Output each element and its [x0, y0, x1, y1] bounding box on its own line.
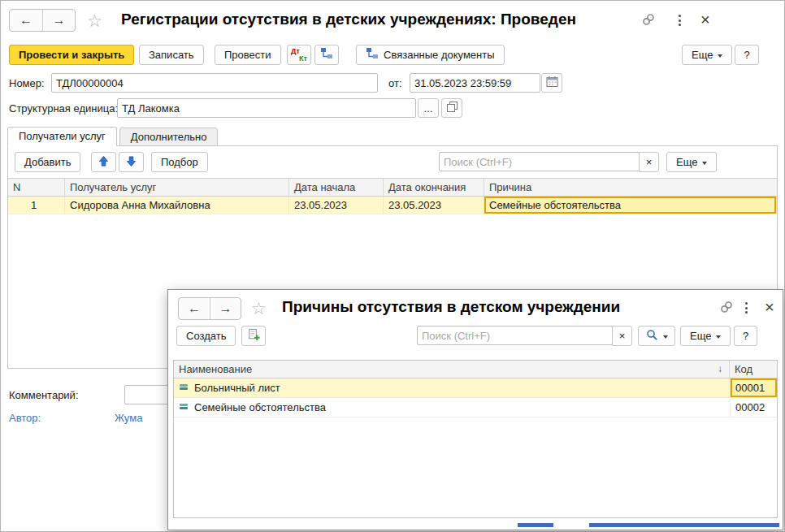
reasons-list-window: ← → ☆ Причины отсутствия в детском учреж… — [167, 289, 783, 530]
choose-value-button[interactable]: ... — [418, 98, 439, 118]
tab-bar: Получатели услуг Дополнительно — [7, 127, 220, 146]
comment-label: Комментарий: — [9, 389, 79, 401]
search-input[interactable] — [439, 152, 640, 171]
add-button[interactable]: Добавить — [15, 152, 80, 172]
structural-unit-label: Структурная единица: — [9, 102, 118, 115]
related-documents-icon — [320, 47, 333, 63]
sort-descending-icon: ↓ — [718, 361, 722, 378]
header-recipient[interactable]: Получатель услуг — [65, 179, 289, 196]
favorite-star-icon[interactable]: ☆ — [87, 12, 102, 29]
recipients-table: N Получатель услуг Дата начала Дата окон… — [8, 178, 777, 214]
create-group-button[interactable] — [241, 326, 266, 346]
related-documents-label: Связанные документы — [384, 49, 495, 61]
list-item[interactable]: Семейные обстоятельства 00002 — [174, 398, 777, 417]
kt-icon-label: Кт — [299, 54, 307, 63]
document-structure-button[interactable] — [314, 45, 339, 65]
header-name[interactable]: Наименование ↓ — [174, 361, 730, 378]
scrollbar-thumb[interactable] — [589, 523, 779, 527]
reasons-table: Наименование ↓ Код Больничный лист 00001… — [173, 360, 778, 518]
magnifier-icon — [646, 329, 658, 344]
cell-date-start[interactable]: 23.05.2023 — [289, 197, 384, 214]
list-item-icon — [179, 378, 189, 397]
help-button[interactable]: ? — [735, 45, 759, 65]
table-row[interactable]: 1 Сидорова Анна Михайловна 23.05.2023 23… — [8, 197, 777, 214]
more-label: Еще — [690, 330, 711, 342]
clear-search-button[interactable]: × — [612, 326, 632, 346]
create-button[interactable]: Создать — [176, 326, 236, 346]
link-icon[interactable] — [641, 12, 656, 29]
close-button[interactable]: × — [765, 299, 774, 315]
favorite-star-icon[interactable]: ☆ — [251, 300, 267, 317]
header-date-start[interactable]: Дата начала — [289, 179, 384, 196]
more-button[interactable]: Еще — [680, 326, 731, 346]
nav-arrows-group: ← → — [178, 297, 241, 320]
chevron-down-icon — [718, 54, 722, 60]
post-button[interactable]: Провести — [215, 45, 281, 65]
number-label: Номер: — [9, 77, 45, 89]
calendar-button[interactable] — [541, 73, 562, 93]
header-n[interactable]: N — [8, 179, 65, 196]
back-arrow-icon: ← — [188, 301, 201, 316]
back-button[interactable]: ← — [10, 10, 42, 31]
author-link[interactable]: Жума — [115, 412, 142, 424]
arrow-down-icon — [125, 155, 137, 170]
list-item[interactable]: Больничный лист 00001 — [174, 378, 777, 398]
list-more-button[interactable]: Еще — [666, 152, 717, 172]
header-reason[interactable]: Причина — [484, 179, 777, 196]
cell-date-end[interactable]: 23.05.2023 — [384, 197, 484, 214]
date-input[interactable] — [410, 73, 540, 93]
reason-name[interactable]: Семейные обстоятельства — [194, 398, 326, 417]
tab-recipients[interactable]: Получатели услуг — [7, 127, 117, 146]
list-item-icon — [179, 398, 189, 417]
header-code[interactable]: Код — [730, 361, 777, 378]
scrollbar-thumb[interactable] — [518, 523, 553, 527]
cell-reason-selected[interactable]: Семейные обстоятельства — [484, 197, 777, 214]
back-button[interactable]: ← — [179, 298, 210, 319]
window-title: Причины отсутствия в детском учреждении — [282, 298, 620, 316]
table-header-row: N Получатель услуг Дата начала Дата окон… — [8, 179, 777, 197]
cell-recipient[interactable]: Сидорова Анна Михайловна — [65, 197, 289, 214]
chevron-down-icon — [663, 335, 668, 341]
chevron-down-icon — [716, 335, 721, 341]
number-input[interactable] — [51, 73, 378, 93]
menu-kebab-icon[interactable] — [740, 301, 752, 315]
new-document-plus-icon — [247, 328, 261, 344]
back-arrow-icon: ← — [20, 13, 33, 28]
reason-code-selected[interactable]: 00001 — [730, 378, 777, 397]
date-label: от: — [388, 77, 402, 89]
calendar-icon — [546, 76, 558, 90]
author-label: Автор: — [9, 412, 41, 424]
move-up-button[interactable] — [91, 152, 116, 172]
open-value-button[interactable] — [441, 98, 462, 118]
related-documents-icon — [366, 47, 379, 63]
header-date-end[interactable]: Дата окончания — [384, 179, 484, 196]
post-and-close-button[interactable]: Провести и закрыть — [9, 45, 134, 65]
save-button[interactable]: Записать — [139, 45, 204, 65]
reason-code[interactable]: 00002 — [730, 398, 777, 417]
window-title: Регистрации отсутствия в детских учрежде… — [121, 11, 576, 28]
forward-arrow-icon: → — [219, 301, 232, 316]
open-in-new-icon — [446, 101, 458, 115]
link-icon[interactable] — [719, 300, 734, 317]
table-header-row: Наименование ↓ Код — [174, 361, 777, 378]
pick-button[interactable]: Подбор — [151, 152, 208, 172]
close-button[interactable]: × — [700, 11, 710, 28]
structural-unit-input[interactable] — [117, 98, 416, 118]
related-documents-button[interactable]: Связанные документы — [356, 45, 505, 65]
search-input[interactable] — [417, 326, 613, 345]
nav-arrows-group: ← → — [9, 9, 76, 32]
forward-button[interactable]: → — [42, 10, 75, 31]
arrow-up-icon — [98, 155, 110, 170]
forward-arrow-icon: → — [53, 13, 66, 28]
move-down-button[interactable] — [119, 152, 144, 172]
reason-name[interactable]: Больничный лист — [194, 378, 280, 397]
tab-additional[interactable]: Дополнительно — [119, 128, 219, 146]
help-button[interactable]: ? — [734, 326, 757, 346]
dtkt-postings-button[interactable]: Дт Кт — [287, 45, 311, 65]
clear-search-button[interactable]: × — [639, 152, 659, 172]
menu-kebab-icon[interactable] — [674, 13, 686, 28]
forward-button[interactable]: → — [210, 298, 241, 319]
cell-n[interactable]: 1 — [8, 197, 65, 214]
more-button[interactable]: Еще — [682, 45, 732, 65]
search-options-button[interactable] — [638, 326, 675, 346]
